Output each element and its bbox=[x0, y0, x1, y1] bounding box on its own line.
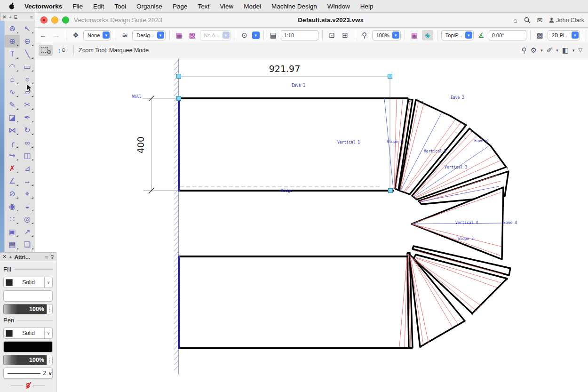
menu-page[interactable]: Page bbox=[167, 3, 193, 10]
project-sharing-icon[interactable]: ❖ bbox=[70, 31, 81, 40]
unified-view-icon[interactable]: ◈ bbox=[422, 30, 433, 40]
tool-callout[interactable]: ↗ bbox=[20, 225, 35, 238]
tool-freehand[interactable]: ✎ bbox=[5, 98, 20, 111]
menu-file[interactable]: File bbox=[67, 3, 88, 10]
pen-opacity-slider[interactable]: 100% bbox=[3, 355, 47, 365]
tool-drill-center[interactable]: ◎ bbox=[20, 213, 35, 225]
apple-icon[interactable] bbox=[8, 2, 16, 10]
menu-vectorworks[interactable]: Vectorworks bbox=[19, 3, 67, 10]
layers-icon[interactable]: ≋ bbox=[119, 31, 130, 40]
rotation-field[interactable]: 0.00° bbox=[489, 30, 526, 40]
tool-title-block[interactable]: ▤ bbox=[5, 238, 20, 251]
fill-opacity-slider[interactable]: 100% bbox=[3, 304, 47, 314]
home-icon[interactable]: ⌂ bbox=[513, 16, 517, 24]
fit-to-objects-icon[interactable]: ⊞ bbox=[340, 31, 351, 40]
minimize-window-button[interactable] bbox=[51, 16, 58, 24]
pen-color-well[interactable] bbox=[3, 341, 53, 352]
gear-icon[interactable]: ⚙ bbox=[531, 46, 537, 55]
tool-line[interactable]: ╲ bbox=[20, 48, 35, 60]
menu-tool[interactable]: Tool bbox=[109, 3, 131, 10]
tool-linear-dimension[interactable]: ↔ bbox=[20, 175, 35, 187]
scale-field[interactable]: 1:10 bbox=[281, 30, 318, 40]
interactive-zoom-mode-button[interactable]: ↕ ⊖ bbox=[55, 45, 69, 56]
close-window-button[interactable] bbox=[40, 16, 48, 24]
expand-icon[interactable]: + bbox=[9, 254, 12, 260]
fit-to-window-icon[interactable]: ⊡ bbox=[326, 31, 338, 40]
rotate-plan-icon[interactable]: ∡ bbox=[476, 31, 487, 40]
pen-style-dropdown[interactable]: Solid ∨ bbox=[3, 328, 53, 339]
tool-eyedropper[interactable]: ✒ bbox=[20, 111, 35, 124]
menu-window[interactable]: Window bbox=[322, 3, 355, 10]
tool-extract[interactable]: ◫ bbox=[20, 149, 35, 162]
layer-dropdown[interactable]: Desig... ▾ bbox=[132, 30, 165, 40]
tool-walkthrough[interactable]: ◉ bbox=[5, 200, 20, 213]
layer-scale-icon[interactable]: ▤ bbox=[268, 31, 279, 40]
surface-style-icon[interactable]: ◧ bbox=[562, 46, 569, 55]
saved-view-icon[interactable]: ▦ bbox=[174, 31, 185, 40]
plane-dropdown[interactable]: 2D Pl... ▾ bbox=[548, 30, 580, 40]
tool-zoom-out[interactable]: ⊖ bbox=[20, 35, 35, 48]
reference-display-icon[interactable]: ▩ bbox=[534, 31, 546, 40]
saved-view-edit-icon[interactable]: ▩ bbox=[187, 31, 198, 40]
fill-style-dropdown[interactable]: Solid ∨ bbox=[3, 277, 53, 288]
tool-snip[interactable]: ✂ bbox=[20, 98, 35, 111]
saved-view-dropdown[interactable]: No A... ▾ bbox=[200, 30, 231, 40]
help-icon[interactable]: ? bbox=[51, 254, 54, 260]
mail-icon[interactable]: ✉ bbox=[537, 16, 543, 24]
zoom-window-button[interactable] bbox=[62, 16, 69, 24]
search-icon[interactable] bbox=[524, 17, 531, 24]
marker-style-row[interactable]: 8 bbox=[3, 382, 53, 389]
tool-protractor[interactable]: ◒ bbox=[20, 200, 35, 213]
tool-trim[interactable]: ✗ bbox=[5, 162, 20, 175]
tool-select-similar[interactable]: ▣ bbox=[5, 225, 20, 238]
back-icon[interactable]: ← bbox=[38, 31, 49, 39]
fill-color-well[interactable] bbox=[3, 290, 53, 302]
forward-icon[interactable]: → bbox=[51, 31, 62, 39]
view-dropdown[interactable]: Top/P... ▾ bbox=[441, 30, 474, 40]
line-weight-zoom-icon[interactable]: ⚲ bbox=[522, 46, 527, 55]
tool-center-mark[interactable]: ⌖ bbox=[20, 187, 35, 200]
pen-style-icon[interactable]: ✐ bbox=[547, 46, 553, 55]
tool-eraser[interactable]: ◪ bbox=[5, 111, 20, 124]
tool-mirror[interactable]: ⋈ bbox=[5, 124, 20, 136]
class-dropdown[interactable]: None ▾ bbox=[83, 30, 111, 40]
line-weight-dropdown[interactable]: 2 ∨ bbox=[3, 368, 53, 379]
tool-connect-combine[interactable]: ∞ bbox=[20, 136, 35, 149]
tool-offset[interactable]: ↪ bbox=[5, 149, 20, 162]
menu-organise[interactable]: Organise bbox=[131, 3, 167, 10]
marquee-zoom-mode-button[interactable]: ⊕ bbox=[39, 45, 53, 56]
menu-text[interactable]: Text bbox=[192, 3, 215, 10]
tool-duplicate-document[interactable]: ❏ bbox=[20, 238, 35, 251]
palette-menu-icon[interactable]: ≡ bbox=[45, 254, 48, 260]
tool-polyline[interactable]: ∿ bbox=[5, 86, 20, 98]
tool-tape-measure[interactable]: ⊿ bbox=[20, 162, 35, 175]
menu-edit[interactable]: Edit bbox=[88, 3, 109, 10]
menu-model[interactable]: Model bbox=[238, 3, 266, 10]
menu-view[interactable]: View bbox=[215, 3, 238, 10]
tool-rectangle[interactable]: ▭ bbox=[20, 60, 35, 73]
zoom-level-dropdown[interactable]: 108% ▾ bbox=[372, 30, 401, 40]
menu-help[interactable]: Help bbox=[355, 3, 379, 10]
palette-menu-icon[interactable]: ≡ bbox=[30, 14, 33, 20]
tool-text[interactable]: T bbox=[5, 48, 20, 60]
user-account[interactable]: John Clark bbox=[549, 17, 584, 24]
pen-opacity-menu[interactable]: ⋮ bbox=[47, 355, 53, 365]
collapse-modebar-icon[interactable]: ▽ bbox=[579, 47, 582, 53]
tool-flyover[interactable]: ⊛ bbox=[5, 22, 20, 35]
visibility-dropdown[interactable]: ▾ bbox=[252, 32, 260, 39]
tool-fillet[interactable]: ╭ bbox=[5, 136, 20, 149]
close-icon[interactable]: ✕ bbox=[2, 14, 7, 20]
expand-icon[interactable]: + bbox=[9, 14, 12, 20]
multiple-view-panes-icon[interactable]: ▦ bbox=[409, 31, 420, 40]
tool-diameter-dimension[interactable]: ⊘ bbox=[5, 187, 20, 200]
tool-angle-dimension[interactable]: ∠ bbox=[5, 175, 20, 187]
tool-arc[interactable]: ◠ bbox=[5, 60, 20, 73]
selection-handles[interactable] bbox=[177, 74, 393, 193]
drawing-canvas[interactable]: 921.97 400 Eave 1 Wall Vertical 1 Slope … bbox=[35, 57, 588, 392]
tool-align-distribute[interactable]: ∷ bbox=[5, 213, 20, 225]
tool-rotate[interactable]: ↻ bbox=[20, 124, 35, 136]
tool-polygon[interactable]: ⌂ bbox=[5, 73, 20, 86]
zoom-icon[interactable]: ⚲ bbox=[359, 31, 370, 40]
fill-opacity-menu[interactable]: ⋮ bbox=[47, 304, 53, 314]
visibility-icon[interactable]: ⊙ bbox=[239, 31, 250, 40]
